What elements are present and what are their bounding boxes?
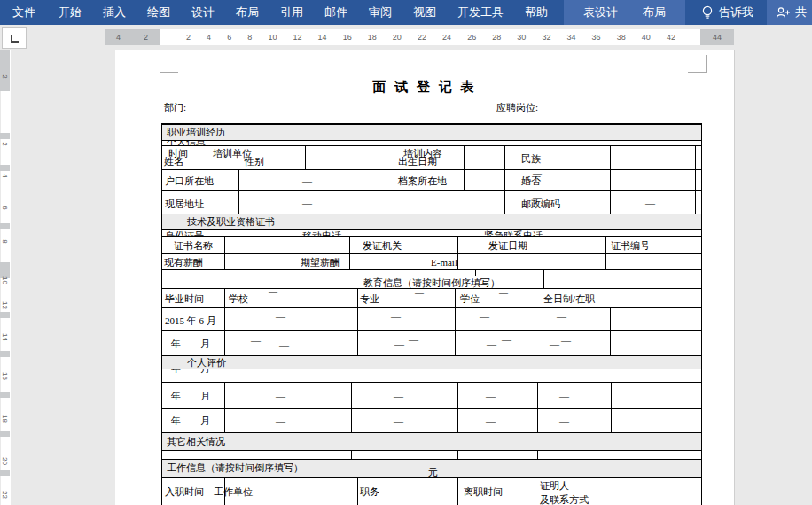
cell-border — [357, 308, 358, 330]
ruler-number: 28 — [492, 29, 501, 45]
table-row: 现有薪酬 期望薪酬 E-mail — [162, 253, 701, 269]
cell-border — [349, 254, 350, 269]
dash-mark: — — [409, 335, 418, 345]
vertical-ruler-segment — [0, 470, 10, 476]
ruler-left-margin[interactable]: 42 — [105, 29, 160, 45]
edu-row1-time: 2015 年 6 月 — [165, 315, 216, 327]
ribbon-tab[interactable]: 邮件 — [314, 0, 358, 25]
cell-border — [455, 289, 456, 307]
dash-mark: — — [394, 392, 403, 401]
ribbon-tab[interactable]: 视图 — [402, 0, 447, 25]
major-label: 专业 — [360, 293, 379, 305]
cell-border — [695, 170, 696, 190]
cell-border — [455, 308, 456, 330]
position-label: 应聘岗位: — [496, 101, 538, 114]
cell-border — [351, 451, 352, 459]
ribbon-tab[interactable]: 设计 — [181, 0, 225, 25]
vertical-ruler-segment — [0, 223, 10, 229]
vertical-ruler-number: 22 — [1, 490, 9, 500]
year-month-label: 年 月 — [171, 338, 210, 350]
dash-mark: — — [559, 392, 569, 401]
ribbon-tab[interactable]: 文件 — [0, 0, 48, 25]
section-self-label: 个人评价 — [187, 357, 226, 369]
vertical-ruler-segment — [0, 431, 10, 437]
dash-mark: — — [561, 336, 571, 346]
dash-mark: — — [486, 416, 496, 426]
tab-stop-selector[interactable] — [2, 27, 27, 49]
cell-border — [305, 146, 306, 169]
cell-border — [695, 191, 696, 214]
ribbon-tab-bar: 文件开始插入绘图设计布局引用邮件审阅视图开发工具帮助 表设计布局 告诉我 共 — [0, 0, 812, 25]
ruler-number: 10 — [268, 29, 277, 45]
ruler-number: 20 — [393, 29, 402, 45]
section-header-self-evaluation: 个人评价 — [162, 355, 701, 369]
ribbon-tab[interactable]: 审阅 — [358, 0, 402, 25]
document-page[interactable]: 面 试 登 记 表 部门: 应聘岗位: 职业培训经历 个人信息 时间 姓名 培训… — [115, 50, 735, 505]
cell-border — [238, 191, 239, 214]
cell-border — [537, 409, 538, 432]
cell-border — [455, 331, 456, 355]
reference-label: 证明人 — [540, 480, 569, 492]
vertical-ruler[interactable]: 2246810121416182022 — [0, 50, 12, 505]
cell-border — [357, 289, 358, 307]
table-row: 年 月 — — — — — [162, 408, 701, 432]
section-header-cert: 技术及职业资格证书 — [162, 214, 701, 229]
year-month-label: 年 月 — [171, 416, 210, 427]
tell-me-button[interactable]: 告诉我 — [694, 0, 761, 25]
year-month-label: 年 月 — [171, 391, 210, 402]
left-tab-icon — [11, 35, 19, 43]
vertical-ruler-segment — [0, 392, 10, 398]
ruler-right-margin[interactable]: 44 — [700, 29, 734, 45]
table-row: 户口所在地 — 档案所在地 婚否 — — [162, 169, 701, 190]
ethnicity-label: 民族 — [521, 153, 541, 165]
dash-mark: — — [394, 416, 403, 426]
section-training-label: 职业培训经历 — [167, 127, 225, 138]
join-time-label: 入职时间 — [165, 486, 204, 498]
vertical-ruler-number: 4 — [1, 171, 9, 181]
dash-mark: — — [557, 312, 566, 322]
table-row: 现居地址 — 邮政编码 — — — [162, 190, 701, 214]
ruler-number: 4 — [207, 29, 211, 45]
horizontal-ruler[interactable]: 24681012141618202224262830323436384042 — [160, 29, 700, 45]
table-row: 2015 年 6 月 — — — — — [162, 307, 701, 330]
ribbon-tab[interactable]: 插入 — [92, 0, 137, 25]
name-label: 姓名 — [164, 156, 183, 167]
dash-mark: — — [559, 416, 569, 426]
cell-border — [357, 331, 358, 355]
ribbon-tab[interactable]: 开发工具 — [447, 0, 514, 25]
job-title-label: 职务 — [360, 486, 379, 498]
ribbon-tab[interactable]: 帮助 — [514, 0, 558, 25]
ribbon-tab[interactable]: 表设计 — [571, 0, 630, 25]
ribbon-tab[interactable]: 开始 — [48, 0, 92, 25]
ruler-number: 2 — [186, 29, 191, 45]
ribbon-tab[interactable]: 绘图 — [137, 0, 181, 25]
ghost-yuan-label: 元 — [428, 466, 438, 479]
degree-label: 学位 — [460, 293, 480, 305]
vertical-ruler-number: 10 — [1, 276, 9, 285]
cell-border — [464, 146, 465, 169]
address-label: 现居地址 — [165, 198, 204, 210]
dash-mark: — — [645, 198, 655, 208]
cell-border — [464, 170, 465, 190]
share-button[interactable]: 共 — [767, 0, 812, 25]
lightbulb-icon — [701, 5, 714, 20]
ghost-dash: — — [499, 288, 508, 298]
ruler-number: 2 — [144, 29, 148, 45]
cell-border — [610, 170, 611, 190]
ghost-dash: — — [269, 288, 277, 297]
section-other-label: 其它相关情况 — [167, 436, 225, 447]
table-row: 证书名称 发证机关 发证日期 证书编号 — [162, 236, 701, 253]
ruler-number: 36 — [592, 29, 601, 45]
cell-border — [349, 237, 350, 253]
cell-border — [610, 331, 611, 355]
ruler-number: 30 — [517, 29, 526, 45]
dash-mark: — — [502, 335, 511, 345]
form-table[interactable]: 职业培训经历 个人信息 时间 姓名 培训单位 性别 培训内容 出生日期 民族 户… — [161, 123, 702, 505]
ruler-number: 24 — [442, 29, 451, 45]
cell-border — [504, 146, 505, 169]
table-tools-contextual-tabs: 表设计布局 — [564, 0, 685, 25]
ribbon-tab[interactable]: 引用 — [269, 0, 314, 25]
ribbon-tab[interactable]: 布局 — [225, 0, 269, 25]
ghost-dash: — — [533, 193, 542, 203]
ribbon-tab[interactable]: 布局 — [630, 0, 678, 25]
